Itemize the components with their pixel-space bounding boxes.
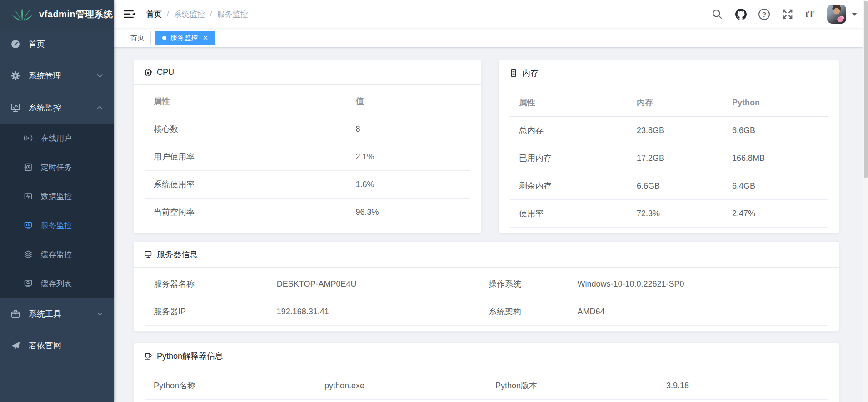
breadcrumb-separator: / bbox=[210, 10, 212, 19]
python-info-card: Python解释器信息 Python名称 python.exe Python版本… bbox=[133, 343, 839, 402]
chevron-down-icon bbox=[97, 312, 103, 316]
sidebar-collapse-icon[interactable] bbox=[124, 9, 135, 19]
cell-label: 剩余内存 bbox=[510, 172, 628, 200]
breadcrumb-service-monitor: 服务监控 bbox=[217, 9, 248, 20]
sidebar-item-label: 系统管理 bbox=[29, 70, 61, 81]
tab-label: 服务监控 bbox=[170, 34, 198, 42]
cell-label: 服务器名称 bbox=[145, 270, 268, 298]
sidebar-item-home[interactable]: 首页 bbox=[0, 28, 114, 60]
sidebar-item-label: 系统工具 bbox=[29, 308, 61, 319]
tab-label: 首页 bbox=[130, 34, 144, 42]
tab-service-monitor[interactable]: 服务监控 bbox=[155, 31, 215, 45]
cell-label: 核心数 bbox=[145, 115, 347, 143]
page-content: CPU 属性 值 核心数8 用户使用率2.1% 系 bbox=[114, 48, 868, 402]
server-info-card: 服务器信息 服务器名称 DESKTOP-AMP0E4U 操作系统 Windows… bbox=[133, 241, 839, 332]
cell-value: 8 bbox=[347, 115, 470, 143]
close-icon[interactable] bbox=[202, 35, 209, 41]
plant-logo-icon bbox=[12, 7, 33, 21]
top-navbar: 首页 / 系统监控 / 服务监控 ? tT bbox=[114, 0, 868, 28]
github-icon[interactable] bbox=[735, 8, 747, 20]
table-header-row: 属性 内存 Python bbox=[510, 89, 828, 117]
sidebar-item-label: 首页 bbox=[29, 39, 45, 50]
table-row: 服务器IP 192.168.31.41 系统架构 AMD64 bbox=[145, 298, 828, 326]
sidebar-item-ruoyi-site[interactable]: 若依官网 bbox=[0, 330, 114, 362]
app-logo[interactable]: vfadmin管理系统 bbox=[0, 0, 114, 28]
avatar[interactable] bbox=[827, 5, 846, 24]
cell-value: 166.8MB bbox=[723, 144, 828, 172]
user-menu[interactable] bbox=[827, 5, 857, 24]
help-icon[interactable]: ? bbox=[758, 9, 770, 20]
cell-label: 系统使用率 bbox=[145, 171, 347, 199]
card-title: CPU bbox=[157, 68, 174, 77]
cell-value: 6.4GB bbox=[723, 172, 828, 200]
table-row: 用户使用率2.1% bbox=[145, 143, 470, 171]
sidebar-item-service-monitor[interactable]: 服务监控 bbox=[0, 211, 114, 240]
python-info-table: Python名称 python.exe Python版本 3.9.18 bbox=[145, 372, 828, 400]
paper-plane-icon bbox=[10, 341, 20, 351]
cell-value: DESKTOP-AMP0E4U bbox=[268, 270, 479, 298]
cell-value: Windows-10-10.0.22621-SP0 bbox=[568, 270, 828, 298]
cell-label: Python版本 bbox=[486, 372, 657, 400]
table-row: Python名称 python.exe Python版本 3.9.18 bbox=[145, 372, 828, 400]
memory-list-icon bbox=[509, 69, 518, 78]
app-title: vfadmin管理系统 bbox=[39, 8, 113, 20]
cell-value: 17.2GB bbox=[628, 144, 723, 172]
app-root: vfadmin管理系统 首页 系统管理 bbox=[0, 0, 868, 402]
fullscreen-icon[interactable] bbox=[782, 8, 793, 20]
sidebar-item-system-tools[interactable]: 系统工具 bbox=[0, 298, 114, 330]
cell-value: 96.3% bbox=[347, 199, 470, 226]
briefcase-icon bbox=[10, 309, 20, 319]
search-icon[interactable] bbox=[711, 8, 723, 20]
table-row: 总内存23.8GB6.6GB bbox=[510, 117, 828, 144]
server-monitor-icon bbox=[24, 221, 33, 230]
cell-label: 系统架构 bbox=[479, 298, 569, 326]
cell-value: 2.1% bbox=[347, 143, 470, 171]
table-row: 使用率72.3%2.47% bbox=[510, 200, 828, 228]
cell-label: 服务器IP bbox=[145, 298, 268, 326]
scrollbar[interactable] bbox=[863, 0, 868, 402]
sidebar: vfadmin管理系统 首页 系统管理 bbox=[0, 0, 114, 402]
data-monitor-icon bbox=[24, 192, 33, 201]
chevron-down-icon bbox=[97, 74, 103, 78]
cell-label: 用户使用率 bbox=[145, 143, 347, 171]
cell-label: Python名称 bbox=[145, 372, 315, 400]
cell-value: 3.9.18 bbox=[657, 372, 828, 400]
server-info-table: 服务器名称 DESKTOP-AMP0E4U 操作系统 Windows-10-10… bbox=[145, 270, 828, 326]
cpu-chip-icon bbox=[144, 68, 153, 77]
gear-icon bbox=[10, 71, 20, 81]
caret-down-icon bbox=[852, 13, 857, 16]
table-row: 已用内存17.2GB166.8MB bbox=[510, 144, 828, 172]
table-row: 服务器名称 DESKTOP-AMP0E4U 操作系统 Windows-10-10… bbox=[145, 270, 828, 298]
sidebar-item-data-monitor[interactable]: 数据监控 bbox=[0, 182, 114, 211]
cell-label: 操作系统 bbox=[479, 270, 569, 298]
sidebar-item-system-monitor[interactable]: 系统监控 bbox=[0, 92, 114, 124]
active-tab-dot-icon bbox=[162, 36, 166, 40]
tab-home[interactable]: 首页 bbox=[124, 31, 151, 45]
cell-value: 23.8GB bbox=[628, 117, 723, 144]
cup-icon bbox=[144, 352, 153, 361]
table-row: 核心数8 bbox=[145, 115, 470, 143]
table-row: 剩余内存6.6GB6.4GB bbox=[510, 172, 828, 200]
sidebar-item-online-users[interactable]: 在线用户 bbox=[0, 124, 114, 153]
cell-value: python.exe bbox=[315, 372, 486, 400]
scheduled-task-icon bbox=[24, 163, 33, 172]
sidebar-item-system-management[interactable]: 系统管理 bbox=[0, 60, 114, 92]
cpu-card: CPU 属性 值 核心数8 用户使用率2.1% 系 bbox=[133, 60, 482, 233]
sidebar-item-cache-list[interactable]: 缓存列表 bbox=[0, 269, 114, 298]
cell-value: 1.6% bbox=[347, 171, 470, 199]
column-header: Python bbox=[723, 89, 828, 117]
cpu-table: 属性 值 核心数8 用户使用率2.1% 系统使用率1.6% 当前空闲率96.3% bbox=[145, 88, 470, 226]
memory-table: 属性 内存 Python 总内存23.8GB6.6GB 已用内存17.2GB16… bbox=[510, 89, 828, 228]
cell-value: 2.47% bbox=[723, 200, 828, 228]
breadcrumb-system-monitor: 系统监控 bbox=[174, 9, 205, 20]
online-signal-icon bbox=[24, 134, 33, 143]
scrollbar-thumb[interactable] bbox=[864, 1, 868, 178]
sidebar-item-label: 数据监控 bbox=[41, 191, 72, 202]
sidebar-item-scheduled-tasks[interactable]: 定时任务 bbox=[0, 153, 114, 182]
system-monitor-submenu: 在线用户 定时任务 数据监控 bbox=[0, 124, 114, 298]
sidebar-item-label: 服务监控 bbox=[41, 220, 72, 231]
table-row: 当前空闲率96.3% bbox=[145, 199, 470, 226]
breadcrumb-home[interactable]: 首页 bbox=[146, 9, 162, 20]
font-size-icon[interactable]: tT bbox=[805, 8, 814, 20]
sidebar-item-cache-monitor[interactable]: 缓存监控 bbox=[0, 240, 114, 269]
